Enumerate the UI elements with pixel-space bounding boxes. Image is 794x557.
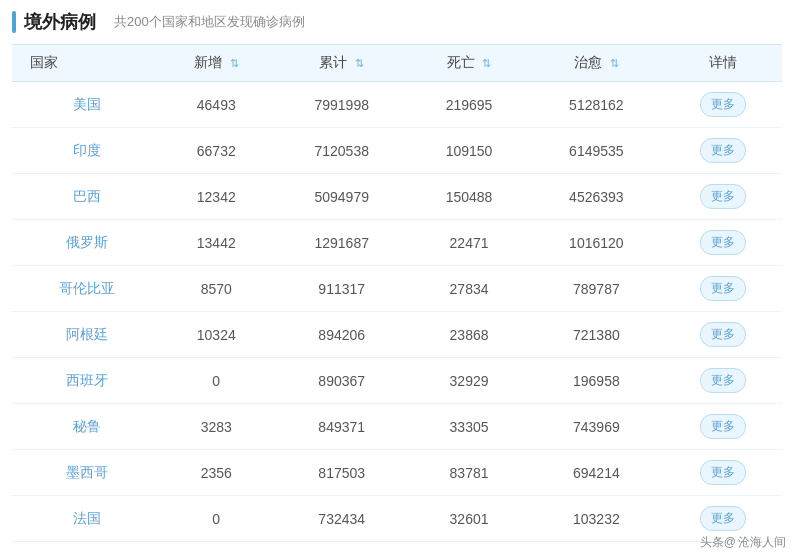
cell-country: 美国	[12, 82, 158, 128]
more-button[interactable]: 更多	[700, 230, 746, 255]
cell-detail: 更多	[664, 404, 782, 450]
cell-country: 秘鲁	[12, 404, 158, 450]
cell-country: 法国	[12, 496, 158, 542]
cell-total: 817503	[274, 450, 409, 496]
cell-recovered: 1016120	[529, 220, 664, 266]
cell-recovered: 5128162	[529, 82, 664, 128]
cell-total: 7991998	[274, 82, 409, 128]
page-title: 境外病例	[24, 10, 96, 34]
sort-icon-recovered: ⇅	[610, 57, 619, 70]
cell-country: 俄罗斯	[12, 220, 158, 266]
cell-new: 2356	[158, 450, 274, 496]
cell-total: 911317	[274, 266, 409, 312]
cell-deaths: 27834	[409, 266, 528, 312]
cases-table: 国家 新增 ⇅ 累计 ⇅ 死亡 ⇅ 治愈 ⇅ 详情 美国464937991998…	[12, 44, 782, 542]
cell-detail: 更多	[664, 358, 782, 404]
cell-recovered: 103232	[529, 496, 664, 542]
cell-recovered: 789787	[529, 266, 664, 312]
cell-recovered: 743969	[529, 404, 664, 450]
cell-new: 3283	[158, 404, 274, 450]
cell-deaths: 219695	[409, 82, 528, 128]
col-recovered[interactable]: 治愈 ⇅	[529, 45, 664, 82]
more-button[interactable]: 更多	[700, 138, 746, 163]
col-deaths[interactable]: 死亡 ⇅	[409, 45, 528, 82]
col-country: 国家	[12, 45, 158, 82]
table-header-row: 国家 新增 ⇅ 累计 ⇅ 死亡 ⇅ 治愈 ⇅ 详情	[12, 45, 782, 82]
table-row: 秘鲁328384937133305743969更多	[12, 404, 782, 450]
cell-country: 墨西哥	[12, 450, 158, 496]
cell-total: 7120538	[274, 128, 409, 174]
cell-recovered: 694214	[529, 450, 664, 496]
table-row: 印度6673271205381091506149535更多	[12, 128, 782, 174]
cell-new: 12342	[158, 174, 274, 220]
cell-deaths: 33305	[409, 404, 528, 450]
cell-new: 13442	[158, 220, 274, 266]
watermark-prefix: 头条@	[700, 534, 736, 551]
cell-detail: 更多	[664, 266, 782, 312]
cell-country: 巴西	[12, 174, 158, 220]
cell-total: 5094979	[274, 174, 409, 220]
table-row: 墨西哥235681750383781694214更多	[12, 450, 782, 496]
cell-total: 732434	[274, 496, 409, 542]
cell-deaths: 22471	[409, 220, 528, 266]
table-row: 美国4649379919982196955128162更多	[12, 82, 782, 128]
table-row: 阿根廷1032489420623868721380更多	[12, 312, 782, 358]
cell-deaths: 23868	[409, 312, 528, 358]
cell-deaths: 109150	[409, 128, 528, 174]
cell-recovered: 721380	[529, 312, 664, 358]
sort-icon-total: ⇅	[355, 57, 364, 70]
cell-deaths: 32601	[409, 496, 528, 542]
table-row: 巴西1234250949791504884526393更多	[12, 174, 782, 220]
cell-detail: 更多	[664, 450, 782, 496]
more-button[interactable]: 更多	[700, 276, 746, 301]
cell-new: 46493	[158, 82, 274, 128]
table-row: 哥伦比亚857091131727834789787更多	[12, 266, 782, 312]
cell-recovered: 196958	[529, 358, 664, 404]
cell-country: 西班牙	[12, 358, 158, 404]
more-button[interactable]: 更多	[700, 506, 746, 531]
cell-recovered: 4526393	[529, 174, 664, 220]
page-subtitle: 共200个国家和地区发现确诊病例	[114, 13, 305, 31]
more-button[interactable]: 更多	[700, 184, 746, 209]
cell-total: 894206	[274, 312, 409, 358]
col-new[interactable]: 新增 ⇅	[158, 45, 274, 82]
cell-new: 0	[158, 358, 274, 404]
cell-new: 0	[158, 496, 274, 542]
cell-country: 哥伦比亚	[12, 266, 158, 312]
cell-total: 1291687	[274, 220, 409, 266]
more-button[interactable]: 更多	[700, 92, 746, 117]
table-row: 俄罗斯134421291687224711016120更多	[12, 220, 782, 266]
cell-deaths: 32929	[409, 358, 528, 404]
cell-new: 8570	[158, 266, 274, 312]
cell-detail: 更多	[664, 82, 782, 128]
col-detail: 详情	[664, 45, 782, 82]
cell-total: 890367	[274, 358, 409, 404]
more-button[interactable]: 更多	[700, 414, 746, 439]
more-button[interactable]: 更多	[700, 368, 746, 393]
table-row: 法国073243432601103232更多	[12, 496, 782, 542]
sort-icon-new: ⇅	[230, 57, 239, 70]
cell-detail: 更多	[664, 174, 782, 220]
cell-new: 66732	[158, 128, 274, 174]
cell-detail: 更多	[664, 220, 782, 266]
table-row: 西班牙089036732929196958更多	[12, 358, 782, 404]
title-accent	[12, 11, 16, 33]
watermark-name: 沧海人间	[738, 534, 786, 551]
watermark: 头条@ 沧海人间	[700, 534, 786, 551]
cell-new: 10324	[158, 312, 274, 358]
cell-country: 印度	[12, 128, 158, 174]
cell-detail: 更多	[664, 128, 782, 174]
cell-country: 阿根廷	[12, 312, 158, 358]
cell-deaths: 150488	[409, 174, 528, 220]
sort-icon-deaths: ⇅	[482, 57, 491, 70]
cell-recovered: 6149535	[529, 128, 664, 174]
more-button[interactable]: 更多	[700, 460, 746, 485]
more-button[interactable]: 更多	[700, 322, 746, 347]
cell-total: 849371	[274, 404, 409, 450]
cell-detail: 更多	[664, 312, 782, 358]
col-total[interactable]: 累计 ⇅	[274, 45, 409, 82]
cell-deaths: 83781	[409, 450, 528, 496]
